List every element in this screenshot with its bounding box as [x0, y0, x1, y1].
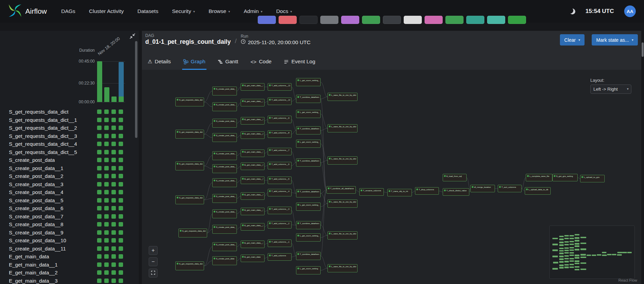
task-run-square[interactable] [97, 142, 102, 146]
task-row[interactable]: S_get_requests_data_dict__3 [0, 132, 139, 140]
task-run-square[interactable] [119, 190, 123, 194]
mark-state-button[interactable]: Mark state as... ▾ [592, 34, 638, 46]
graph-node[interactable]: E_get_main_data__1 [241, 241, 265, 248]
task-name[interactable]: S_create_post_data__7 [9, 214, 63, 219]
task-run-square[interactable] [111, 262, 116, 267]
task-run-square[interactable] [119, 270, 123, 275]
task-run-square[interactable] [97, 262, 102, 267]
status-chip[interactable] [299, 16, 318, 24]
task-run-square[interactable] [104, 198, 109, 203]
graph-node[interactable]: df_merge_location [470, 185, 495, 192]
task-run-square[interactable] [104, 150, 109, 154]
status-chip[interactable] [362, 16, 380, 24]
task-row[interactable]: S_get_requests_data_dict__1 [0, 116, 139, 124]
graph-node[interactable]: T_add_columns__4 [268, 189, 292, 196]
graph-canvas[interactable]: S_get_requests_data_dict__5S_get_request… [142, 70, 641, 284]
nav-item-security[interactable]: Security▾ [172, 8, 195, 14]
graph-node[interactable]: T_add_columns__3 [268, 207, 292, 214]
task-run-square[interactable] [111, 174, 116, 178]
utc-clock[interactable]: 15:54 UTC [586, 8, 614, 15]
graph-node[interactable]: S_create_post_data__3 [212, 209, 237, 218]
task-run-square[interactable] [104, 142, 109, 146]
graph-node[interactable]: T_add_columns__6 [268, 162, 292, 169]
graph-node[interactable]: T_add_columns__9 [268, 116, 292, 123]
status-chip[interactable] [383, 16, 401, 24]
task-name[interactable]: S_create_post_data__9 [9, 230, 63, 235]
task-name[interactable]: S_get_requests_data_dict__5 [9, 149, 77, 155]
task-row[interactable]: E_get_main_data__3 [0, 277, 139, 284]
graph-node[interactable]: E_load_from_sql [443, 174, 467, 181]
graph-node[interactable]: S_get_requests_data_dict__4 [175, 130, 204, 139]
task-run-square[interactable] [97, 254, 102, 259]
task-run-square[interactable] [104, 254, 109, 259]
graph-node[interactable]: E_get_main_data__9 [241, 117, 265, 125]
nav-item-dags[interactable]: DAGs [61, 8, 75, 14]
graph-node[interactable]: T_combine_dataframe [296, 252, 321, 260]
graph-node[interactable]: E_get_main_data__5 [241, 177, 265, 184]
graph-node[interactable]: S_create_post_data__7 [212, 151, 237, 160]
task-run-square[interactable] [97, 158, 102, 162]
task-run-square[interactable] [119, 150, 123, 154]
task-run-square[interactable] [104, 134, 109, 138]
task-run-square[interactable] [97, 190, 102, 194]
graph-node[interactable]: S_create_post_data [212, 256, 237, 265]
graph-node[interactable]: L_upload_to_gcs [580, 175, 605, 182]
task-row[interactable]: S_create_post_data__5 [0, 196, 139, 205]
user-avatar[interactable]: AA [624, 5, 636, 17]
graph-node[interactable]: E_get_main_data__10 [241, 99, 265, 106]
task-run-square[interactable] [97, 134, 102, 138]
task-run-square[interactable] [97, 109, 102, 114]
graph-node[interactable]: L_save_file_to_csv_by_dict__3 [327, 156, 358, 165]
status-chip[interactable] [341, 16, 359, 24]
task-row[interactable]: E_get_main_data__2 [0, 269, 139, 277]
duration-bar[interactable] [104, 87, 109, 102]
graph-node[interactable]: L_get_xcom_setting__1 [296, 233, 321, 242]
task-run-square[interactable] [119, 238, 123, 243]
graph-node[interactable]: T_add_columns__1 [268, 240, 292, 247]
graph-node[interactable]: T_combine_dataframe__3 [296, 158, 321, 167]
task-row[interactable]: S_create_post_data__11 [0, 245, 139, 253]
graph-node[interactable]: S_create_post_data__5 [212, 178, 237, 187]
task-run-square[interactable] [111, 270, 116, 275]
graph-node[interactable]: E_get_main_data__3 [241, 208, 265, 215]
task-run-square[interactable] [111, 230, 116, 235]
graph-node[interactable]: S_create_post_data__9 [212, 119, 237, 128]
task-run-square[interactable] [119, 134, 123, 138]
task-run-square[interactable] [119, 230, 123, 235]
tab-graph[interactable]: Graph [182, 54, 206, 70]
task-row[interactable]: S_create_post_data__7 [0, 212, 139, 221]
graph-node[interactable]: S_create_post_data__4 [212, 194, 237, 203]
sidebar-scrollbar[interactable] [135, 41, 137, 138]
task-run-square[interactable] [119, 254, 123, 259]
task-name[interactable]: S_create_post_data [9, 157, 55, 163]
task-run-square[interactable] [119, 182, 123, 186]
graph-node[interactable]: S_create_post_data__11 [212, 87, 237, 95]
task-run-square[interactable] [111, 182, 116, 186]
task-run-square[interactable] [97, 182, 102, 186]
nav-item-datasets[interactable]: Datasets [137, 8, 158, 14]
graph-node[interactable]: E_get_main_data__6 [241, 163, 265, 170]
task-run-square[interactable] [97, 174, 102, 178]
task-run-square[interactable] [111, 222, 116, 227]
task-row[interactable]: S_get_requests_data_dict__4 [0, 140, 139, 148]
task-run-square[interactable] [97, 230, 102, 235]
task-row[interactable]: S_create_post_data__1 [0, 164, 139, 172]
graph-node[interactable]: L_get_xcom_setting__4 [296, 110, 321, 118]
task-run-square[interactable] [104, 246, 109, 251]
brand[interactable]: Airflow [8, 4, 47, 19]
task-run-square[interactable] [119, 206, 123, 210]
graph-node[interactable]: L_save_file_to_csv_by_dict__2 [327, 199, 358, 208]
task-row[interactable]: S_create_post_data__3 [0, 180, 139, 189]
task-name[interactable]: S_create_post_data__1 [9, 165, 63, 171]
graph-node[interactable]: T_add_columns__10 [268, 98, 292, 105]
task-name[interactable]: S_get_requests_data_dict__4 [9, 141, 77, 147]
graph-node[interactable]: L_get_xcom_setting__3 [296, 140, 321, 148]
task-run-square[interactable] [111, 150, 116, 154]
graph-node[interactable]: L_get_xcom_setting [296, 266, 321, 274]
task-run-square[interactable] [119, 109, 123, 114]
task-run-square[interactable] [119, 126, 123, 130]
task-name[interactable]: S_create_post_data__4 [9, 189, 63, 195]
graph-node[interactable]: T_drop_columns [415, 187, 439, 195]
graph-node[interactable]: E_get_main_data__8 [241, 131, 265, 139]
task-name[interactable]: E_get_main_data__1 [9, 262, 58, 268]
